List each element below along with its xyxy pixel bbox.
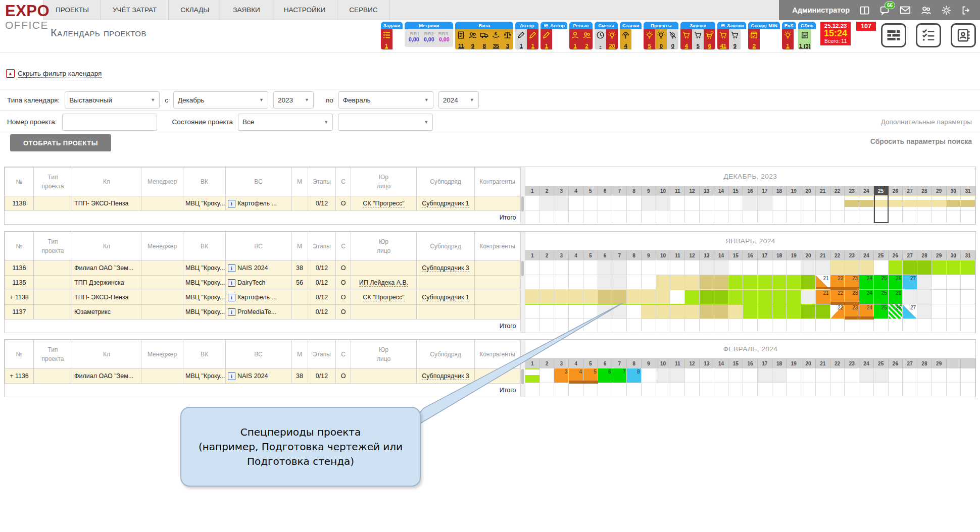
scrollbar-thumb[interactable] xyxy=(521,196,524,211)
badge-cell-Ревью[interactable]: 2 xyxy=(581,29,593,49)
badge-cell-Сметы[interactable]: 20 xyxy=(606,29,618,49)
from-year-select[interactable]: 2023▼ xyxy=(273,91,314,109)
clock-panel[interactable]: 25.12.23 15:24 Всего: 11 xyxy=(820,22,851,45)
badge-cell-Ставки[interactable]: 4 xyxy=(620,29,631,49)
gantt-bar-cell[interactable] xyxy=(787,275,801,289)
from-month-select[interactable]: Декабрь▼ xyxy=(173,91,268,109)
gantt-bar-cell[interactable] xyxy=(961,195,975,210)
project-state-select[interactable]: Все▼ xyxy=(238,114,333,131)
gantt-bar-cell[interactable] xyxy=(816,304,830,318)
gantt-bar-cell[interactable]: 7 xyxy=(612,368,627,383)
badge-cell-Проекты[interactable]: 0 xyxy=(667,29,678,49)
project-row-1135[interactable]: 1135ТПП ДзержинскаМВЦ "Кроку...iDairyTec… xyxy=(5,276,520,290)
badge-cell-Виза[interactable]: $ 35 xyxy=(490,29,502,49)
badge-cell-Ревью[interactable]: 1 xyxy=(569,29,581,49)
users-icon[interactable] xyxy=(920,5,932,16)
badge-cell-Задачи[interactable]: 1 xyxy=(381,29,393,49)
gantt-bar-cell[interactable] xyxy=(845,260,859,275)
gantt-bar-cell[interactable]: 27 xyxy=(903,304,917,318)
scrollbar-thumb[interactable] xyxy=(521,369,524,384)
gantt-bar-cell[interactable] xyxy=(743,304,758,318)
badge-cell-Склад: MIN[interactable]: 2 xyxy=(748,29,760,49)
menu-item-1[interactable]: УЧЁТ ЗАТРАТ xyxy=(101,0,169,20)
menu-item-3[interactable]: ЗАЯВКИ xyxy=(221,0,272,20)
project-row-+1138[interactable]: + 1138ТПП- ЭКСО-ПензаМВЦ "Кроку...iКарто… xyxy=(5,290,520,305)
gantt-bar-cell[interactable] xyxy=(685,275,700,289)
scrollbar-thumb[interactable] xyxy=(521,261,524,276)
gear-icon[interactable] xyxy=(941,5,952,16)
columns-icon[interactable] xyxy=(859,5,870,16)
table-scrollbar[interactable] xyxy=(520,232,525,333)
gantt-bar-cell[interactable] xyxy=(903,195,917,210)
gantt-bar-cell[interactable]: 27 xyxy=(903,275,917,289)
special-period-stripe[interactable] xyxy=(845,316,873,320)
gantt-bar-cell[interactable] xyxy=(700,289,714,304)
gantt-bar-cell[interactable] xyxy=(845,195,859,210)
gantt-bar-cell[interactable] xyxy=(612,289,627,304)
to-year-select[interactable]: 2024▼ xyxy=(438,91,479,109)
badge-cell-Заявки[interactable]: 41 xyxy=(717,29,729,49)
legal-entity-link[interactable]: СК "Прогресс" xyxy=(363,294,405,301)
gantt-bar-cell[interactable] xyxy=(656,304,671,318)
badge-cell-Виза[interactable]: 8 xyxy=(478,29,490,49)
gantt-bar-cell[interactable] xyxy=(728,289,743,304)
to-month-select[interactable]: Февраль▼ xyxy=(338,91,433,109)
info-icon[interactable]: i xyxy=(228,279,235,287)
gantt-bar-cell[interactable] xyxy=(758,275,772,289)
gantt-bar-cell[interactable] xyxy=(554,289,569,304)
special-period-stripe[interactable] xyxy=(569,381,598,384)
hide-filter-toggle[interactable]: ▲ Скрыть фильтр календаря xyxy=(6,69,102,78)
contacts-button[interactable] xyxy=(951,23,976,47)
gantt-view-button[interactable] xyxy=(881,23,906,47)
gantt-bar-cell[interactable] xyxy=(714,304,729,318)
gantt-bar-cell[interactable] xyxy=(598,289,613,304)
select-projects-button[interactable]: ОТОБРАТЬ ПРОЕКТЫ xyxy=(10,134,111,151)
badge-cell-Заявки[interactable]: 5 xyxy=(692,29,704,49)
gantt-bar-cell[interactable] xyxy=(700,275,714,289)
menu-item-5[interactable]: СЕРВИС xyxy=(337,0,389,20)
gantt-bar-cell[interactable] xyxy=(743,275,758,289)
info-icon[interactable]: i xyxy=(228,294,235,301)
gantt-bar-cell[interactable] xyxy=(685,304,700,318)
badge-cell-Автор[interactable]: 1 xyxy=(541,29,552,49)
metric-value[interactable]: 0,00 xyxy=(438,36,450,42)
logout-icon[interactable] xyxy=(961,5,972,16)
metric-value[interactable]: 0,00 xyxy=(408,36,420,42)
gantt-bar-cell[interactable]: 6 xyxy=(598,368,613,383)
gantt-bar-cell[interactable]: 25 xyxy=(874,304,889,318)
extra-params-link[interactable]: Дополнительные параметры xyxy=(881,118,972,126)
badge-cell-Заявки[interactable]: 4 xyxy=(680,29,692,49)
gantt-bar-cell[interactable] xyxy=(917,260,932,275)
gantt-bar-cell[interactable] xyxy=(874,195,889,210)
badge-cell-Виза[interactable]: 11 xyxy=(455,29,467,49)
gantt-bar-cell[interactable] xyxy=(685,289,700,304)
gantt-bar-cell[interactable]: 24 xyxy=(859,275,874,289)
gantt-bar-cell[interactable] xyxy=(583,289,598,304)
badge-cell-Виза[interactable]: 9 xyxy=(467,29,478,49)
gantt-bar-cell[interactable] xyxy=(700,304,714,318)
gantt-bar-cell[interactable] xyxy=(889,195,903,210)
metric-value[interactable]: 0,00 xyxy=(423,36,435,42)
menu-item-0[interactable]: ПРОЕКТЫ xyxy=(44,0,101,20)
subcontractor-link[interactable]: Субподрядчик 3 xyxy=(422,264,469,272)
calendar-type-select[interactable]: Выставочный▼ xyxy=(65,91,160,109)
badge-cell-Автор[interactable]: 1 xyxy=(515,29,527,49)
gantt-bar-cell[interactable] xyxy=(714,289,729,304)
gantt-bar-cell[interactable]: 25 xyxy=(874,289,889,304)
gantt-bar-cell[interactable] xyxy=(947,260,961,275)
gantt-bar-cell[interactable] xyxy=(917,195,932,210)
gantt-bar-cell[interactable] xyxy=(859,260,874,275)
gantt-bar-cell[interactable] xyxy=(656,275,671,289)
gantt-bar-cell[interactable] xyxy=(889,260,903,275)
gantt-bar-cell[interactable] xyxy=(961,260,975,275)
gantt-bar-cell[interactable] xyxy=(728,275,743,289)
gantt-bar-cell[interactable]: 22 xyxy=(830,304,845,318)
gantt-bar-cell[interactable] xyxy=(787,289,801,304)
info-icon[interactable]: i xyxy=(228,308,235,316)
badge-cell-Автор[interactable]: 1 xyxy=(527,29,538,49)
gantt-bar-cell[interactable]: 26 xyxy=(889,304,903,318)
subcontractor-link[interactable]: Субподрядчик 3 xyxy=(422,373,469,380)
checklist-view-button[interactable] xyxy=(916,23,941,47)
badge-cell-Проекты[interactable]: 0 xyxy=(655,29,667,49)
chat-icon[interactable]: 66 xyxy=(879,5,890,16)
